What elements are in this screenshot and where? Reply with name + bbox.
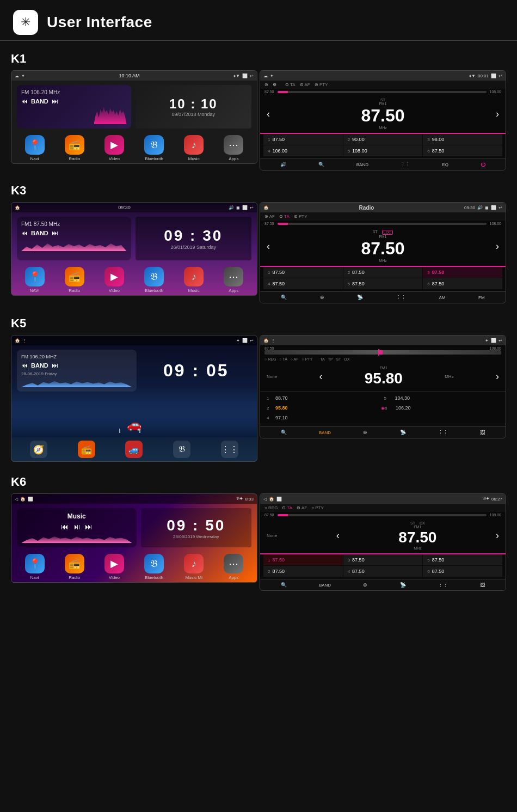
k6-preset-5[interactable]: 587.50 xyxy=(423,554,502,565)
k1-power-icon[interactable]: ⏻ xyxy=(481,162,485,167)
k6-image-icon[interactable]: 🖼 xyxy=(480,582,485,588)
k3-prev-button[interactable]: ‹ xyxy=(267,241,270,252)
k6-prev-button[interactable]: ‹ xyxy=(336,530,340,541)
k6-clock-date: 28/06/2019 Wednesday xyxy=(173,534,219,539)
k3-fm-button[interactable]: FM xyxy=(478,295,485,300)
k1-bluetooth-icon[interactable]: 𝔅 xyxy=(144,135,164,155)
k3-preset-grid: 187.50 287.50 387.50 487.50 587.50 687.5… xyxy=(263,267,502,289)
k1-music-widget: FM 106.20 MHz ⏮ BAND ⏭ xyxy=(17,85,131,129)
k5-next-button[interactable]: › xyxy=(496,371,499,382)
k1-app-video[interactable]: ▶ Video xyxy=(100,135,128,161)
k5-nav-icon[interactable]: 🧭 xyxy=(30,441,47,458)
k6-app-music[interactable]: ♪ Music Mi xyxy=(180,554,208,580)
k1-navi-label: Navi xyxy=(30,156,39,161)
k1-app-bluetooth[interactable]: 𝔅 Bluetooth xyxy=(140,135,168,161)
k3-next-button[interactable]: › xyxy=(496,241,499,252)
k6-preset-2[interactable]: 287.50 xyxy=(263,566,343,577)
k1-music-icon[interactable]: ♪ xyxy=(184,135,204,155)
section-k6-label: K6 xyxy=(11,475,506,489)
k1-preset-4[interactable]: 4106.00 xyxy=(263,145,343,156)
k3-antenna-icon[interactable]: 📡 xyxy=(357,295,363,300)
k1-preset-1[interactable]: 187.50 xyxy=(263,134,343,145)
k6-app-navi[interactable]: 📍 Navi xyxy=(21,554,49,580)
k5-bluetooth-icon[interactable]: 𝔅 xyxy=(173,441,190,458)
k3-app-radio[interactable]: 📻 Radio xyxy=(60,267,89,293)
k1-app-icons: 📍 Navi 📻 Radio ▶ Video 𝔅 Bluetooth xyxy=(11,131,257,163)
k1-next-button[interactable]: › xyxy=(496,108,499,120)
k5-antenna-icon[interactable]: 📡 xyxy=(400,430,406,435)
k1-preset-5[interactable]: 5108.00 xyxy=(343,145,423,156)
k1-left-main: FM 106.20 MHz ⏮ BAND ⏭ 10 : 10 09/ xyxy=(15,83,254,131)
k5-apps-icon[interactable]: ⋮⋮ xyxy=(221,441,238,458)
k5-loop-icon[interactable]: ⊕ xyxy=(363,430,367,435)
k5-band-button[interactable]: BAND xyxy=(319,430,331,435)
k6-next-button[interactable]: › xyxy=(496,530,499,541)
k3-preset-3[interactable]: 387.50 xyxy=(423,267,502,278)
k3-preset-5[interactable]: 587.50 xyxy=(343,278,423,289)
k6-grid-icon[interactable]: ⋮⋮ xyxy=(438,582,448,588)
k1-app-apps[interactable]: ⋯ Apps xyxy=(219,135,248,161)
k5-preset-2[interactable]: 2 95.80 ◉ 6 106.20 xyxy=(262,403,503,413)
k3-preset-4[interactable]: 487.50 xyxy=(263,278,343,289)
k5-prev-button[interactable]: ‹ xyxy=(319,371,322,382)
k6-preset-4[interactable]: 487.50 xyxy=(343,566,423,577)
k6-music-title: Music xyxy=(21,512,132,520)
k1-search-icon[interactable]: 🔍 xyxy=(318,162,324,167)
k3-loop-icon[interactable]: ⊕ xyxy=(320,295,324,300)
k1-app-navi[interactable]: 📍 Navi xyxy=(21,135,49,161)
section-k6: K6 ◁ 🏠 ⬜ 𝔅✦ 8:03 Music xyxy=(0,469,517,599)
k6-right-screen: ◁ 🏠 ⬜ 𝔅✦ 08:27 ○ REG ⊙ TA ⊙ AF ○ PTY xyxy=(260,493,506,591)
k6-app-radio[interactable]: 📻 Radio xyxy=(60,554,89,580)
k1-preset-3[interactable]: 398.00 xyxy=(423,134,502,145)
k1-prev-button[interactable]: ‹ xyxy=(267,108,270,120)
k3-grid-icon[interactable]: ⋮⋮ xyxy=(396,295,406,300)
k3-preset-1[interactable]: 187.50 xyxy=(263,267,343,278)
k3-app-video[interactable]: ▶ Video xyxy=(100,267,128,293)
k6-search-icon[interactable]: 🔍 xyxy=(281,582,287,588)
k6-app-bluetooth[interactable]: 𝔅 Bluetooth xyxy=(140,554,168,580)
k6-preset-6[interactable]: 687.50 xyxy=(423,566,502,577)
k3-app-navi[interactable]: 📍 NAVI xyxy=(21,267,49,293)
k3-search-icon[interactable]: 🔍 xyxy=(281,295,287,300)
k1-video-icon[interactable]: ▶ xyxy=(104,135,124,155)
k1-apps-icon[interactable]: ⋯ xyxy=(224,135,243,155)
k6-right-statusbar: ◁ 🏠 ⬜ 𝔅✦ 08:27 xyxy=(260,494,506,504)
k6-band-button[interactable]: BAND xyxy=(319,583,331,588)
k1-app-music[interactable]: ♪ Music xyxy=(180,135,208,161)
k3-preset-2[interactable]: 287.50 xyxy=(343,267,423,278)
k6-music-widget: Music ⏮ ⏯ ⏭ xyxy=(17,508,137,547)
k1-navi-icon[interactable]: 📍 xyxy=(25,135,45,155)
k1-preset-6[interactable]: 687.50 xyxy=(423,145,502,156)
k3-app-apps[interactable]: ⋯ Apps xyxy=(219,267,248,293)
section-k5: K5 🏠 ⋮ ✦ ⬜ ↩ FM xyxy=(0,311,517,469)
k1-band-button[interactable]: BAND xyxy=(356,162,368,167)
k1-preset-2[interactable]: 290.00 xyxy=(343,134,423,145)
k5-image-icon[interactable]: 🖼 xyxy=(480,430,485,435)
k3-app-music[interactable]: ♪ Music xyxy=(180,267,208,293)
k1-grid-icon[interactable]: ⋮⋮ xyxy=(401,162,410,167)
k6-app-video[interactable]: ▶ Video xyxy=(100,554,128,580)
k6-clock-widget: 09 : 50 28/06/2019 Wednesday xyxy=(141,508,252,547)
k6-preset-1[interactable]: 187.50 xyxy=(263,554,343,565)
k1-app-radio[interactable]: 📻 Radio xyxy=(60,135,89,161)
k3-app-bluetooth[interactable]: 𝔅 Bluetooth xyxy=(140,267,168,293)
k3-preset-6[interactable]: 687.50 xyxy=(423,278,502,289)
k6-app-apps[interactable]: ⋯ Apps xyxy=(219,554,248,580)
k1-radio-icon[interactable]: 📻 xyxy=(65,135,84,155)
k1-clock-date: 09/07/2018 Monday xyxy=(141,112,247,117)
k5-grid-icon[interactable]: ⋮⋮ xyxy=(438,430,448,435)
k5-preset-1[interactable]: 1 88.70 5 104.30 xyxy=(262,393,503,403)
k1-eq-button[interactable]: EQ xyxy=(442,162,448,167)
k5-radio-icon[interactable]: 📻 xyxy=(78,441,95,458)
k5-car2-icon[interactable]: 🚙 xyxy=(125,441,143,458)
k5-preset-4[interactable]: 4 97.10 xyxy=(262,413,503,423)
k6-preset-3[interactable]: 387.50 xyxy=(343,554,423,565)
k1-vol-icon[interactable]: 🔊 xyxy=(280,162,286,167)
k5-search-icon[interactable]: 🔍 xyxy=(281,430,287,435)
k6-music-controls: ⏮ ⏯ ⏭ xyxy=(21,522,132,531)
k6-loop-icon[interactable]: ⊕ xyxy=(363,582,367,588)
section-k3: K3 🏠 09:30 🔊 ◼ ⬜ ↩ FM1 87.50 MHz xyxy=(0,178,517,311)
k3-am-button[interactable]: AM xyxy=(439,295,446,300)
k6-antenna-icon[interactable]: 📡 xyxy=(400,582,406,588)
k3-clock-time: 09 : 30 xyxy=(141,227,247,245)
